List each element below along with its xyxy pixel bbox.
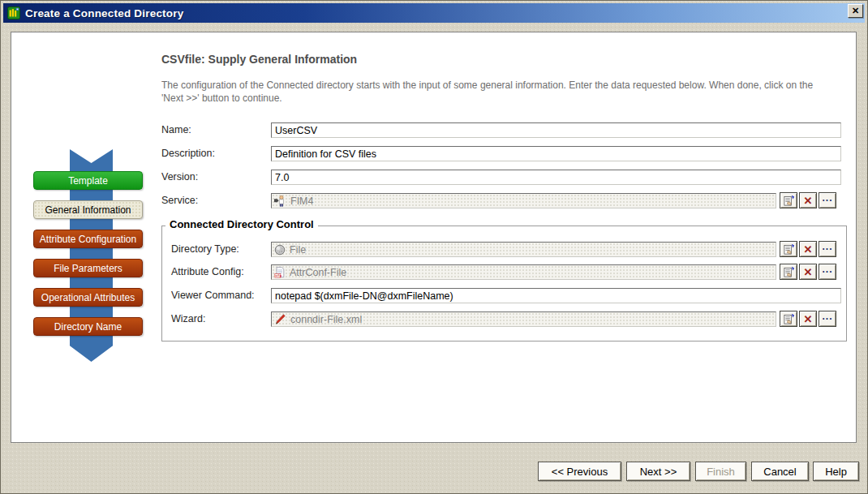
help-button[interactable]: Help: [813, 462, 859, 481]
wizard-delete-button[interactable]: ✕: [799, 311, 817, 327]
attribute-config-delete-button[interactable]: ✕: [799, 264, 817, 280]
delete-icon: ✕: [804, 244, 813, 255]
wizard-label: Wizard:: [171, 313, 205, 324]
ellipsis-icon: ...: [822, 311, 832, 321]
version-label: Version:: [161, 171, 198, 183]
page-description: The configuration of the Connected direc…: [161, 79, 831, 105]
finish-button[interactable]: Finish: [695, 462, 746, 481]
attribute-config-label: Attribute Config:: [171, 266, 244, 277]
titlebar: Create a Connected Directory: [3, 3, 865, 23]
group-title: Connected Directory Control: [165, 218, 318, 230]
next-button[interactable]: Next >>: [626, 462, 690, 481]
version-input[interactable]: [271, 170, 841, 185]
app-icon: [7, 6, 20, 19]
delete-icon: ✕: [804, 314, 813, 324]
sphere-icon: [274, 244, 286, 256]
wizard-browse-button[interactable]: ...: [819, 311, 836, 327]
close-icon[interactable]: ✕: [848, 4, 863, 18]
service-browse-button[interactable]: ...: [819, 192, 836, 208]
delete-icon: ✕: [804, 267, 813, 277]
step-label: File Parameters: [54, 263, 122, 274]
service-person-icon: [274, 195, 286, 207]
dialog-window: Create a Connected Directory ✕ Template …: [0, 0, 868, 494]
description-input[interactable]: [271, 146, 841, 161]
step-label: Template: [68, 175, 108, 187]
attribute-config-properties-button[interactable]: [780, 264, 797, 280]
attribute-config-field[interactable]: cfg AttrConf-File: [271, 264, 776, 280]
service-properties-button[interactable]: [780, 192, 797, 208]
wizard-step-operational-attributes[interactable]: Operational Attributes: [33, 288, 143, 307]
wizard-step-template[interactable]: Template: [33, 171, 143, 190]
cancel-button[interactable]: Cancel: [751, 462, 809, 481]
properties-icon: [783, 243, 795, 256]
service-value: FIM4: [290, 195, 313, 207]
service-label: Service:: [161, 195, 198, 206]
directory-type-field[interactable]: File: [271, 242, 776, 257]
attribute-config-browse-button[interactable]: ...: [819, 264, 836, 280]
wizard-properties-button[interactable]: [780, 311, 797, 327]
window-title: Create a Connected Directory: [25, 7, 183, 19]
viewer-command-label: Viewer Command:: [171, 290, 255, 301]
delete-icon: ✕: [804, 195, 813, 206]
attribute-config-value: AttrConf-File: [290, 267, 346, 278]
step-label: Directory Name: [54, 321, 122, 333]
description-label: Description:: [161, 148, 215, 159]
wizard-field[interactable]: conndir-File.xml: [271, 311, 776, 327]
service-field[interactable]: FIM4: [271, 193, 776, 208]
step-label: General Information: [45, 204, 131, 216]
previous-button[interactable]: << Previous: [538, 462, 621, 481]
wizard-step-directory-name[interactable]: Directory Name: [33, 317, 143, 336]
page-title: CSVfile: Supply General Information: [161, 53, 357, 66]
viewer-command-input[interactable]: [271, 288, 841, 303]
wizard-value: conndir-File.xml: [290, 314, 362, 325]
properties-icon: [783, 313, 795, 325]
directory-type-browse-button[interactable]: ...: [819, 241, 836, 257]
ellipsis-icon: ...: [822, 242, 832, 251]
service-delete-button[interactable]: ✕: [799, 192, 817, 208]
step-label: Attribute Configuration: [40, 234, 136, 245]
red-pen-icon: [274, 313, 286, 325]
properties-icon: [783, 195, 795, 207]
properties-icon: [783, 266, 795, 278]
name-label: Name:: [161, 124, 191, 135]
cfg-file-icon: cfg: [274, 266, 286, 278]
step-label: Operational Attributes: [41, 292, 135, 303]
ellipsis-icon: ...: [822, 264, 832, 274]
directory-type-label: Directory Type:: [171, 243, 239, 255]
wizard-step-general-information[interactable]: General Information: [33, 200, 143, 219]
wizard-step-attribute-configuration[interactable]: Attribute Configuration: [33, 230, 143, 248]
name-input[interactable]: [271, 122, 841, 138]
ellipsis-icon: ...: [822, 193, 832, 203]
svg-text:cfg: cfg: [276, 274, 282, 277]
directory-type-delete-button[interactable]: ✕: [799, 241, 817, 257]
directory-type-value: File: [290, 244, 306, 256]
directory-type-properties-button[interactable]: [780, 241, 797, 257]
wizard-step-file-parameters[interactable]: File Parameters: [33, 259, 143, 277]
